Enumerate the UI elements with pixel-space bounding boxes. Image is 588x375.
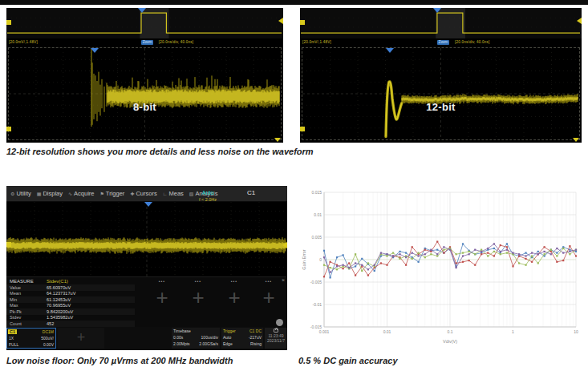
utility-icon: ⚙ — [10, 191, 14, 196]
channel-marker[interactable] — [300, 20, 305, 25]
trigger-level: -217uV — [249, 335, 262, 340]
channel-readout[interactable]: C1 — [247, 189, 255, 196]
scope-menubar: ⚙Utility ▦Display ∿Acquire ⚑Trigger ✚Cur… — [6, 186, 287, 202]
scope-screenshot-12bit: [20.0mV/,1.48V] Zoom [20.0ns/div, 40.0ns… — [300, 8, 582, 143]
scope-screenshot-8bit: [20.0mV/,1.48V] Zoom [20.0ns/div, 40.0ns… — [6, 8, 283, 143]
svg-text:0: 0 — [319, 257, 322, 262]
measure-row: Mean64.1237317uV — [6, 291, 135, 297]
ellipsis-icon: ••• — [245, 279, 287, 284]
svg-text:0.1: 0.1 — [448, 329, 453, 334]
svg-text:-0.01: -0.01 — [313, 302, 322, 307]
trigger-type: Edge — [223, 341, 233, 346]
menu-cursors[interactable]: ✚Cursors — [130, 190, 156, 197]
acq-mode-readout: Auto — [202, 190, 213, 196]
waveform-12bit — [302, 48, 579, 139]
measure-panel: MEASURE Stdev(C1) × Value65.60970uV Mean… — [6, 276, 287, 328]
channel-marker[interactable] — [6, 20, 11, 25]
record-button[interactable] — [276, 319, 283, 326]
page: [20.0mV/,1.48V] Zoom [20.0ns/div, 40.0ns… — [0, 0, 588, 375]
channel-name-badge: C1 — [8, 329, 17, 334]
measure-row: Min61.12453uV — [6, 296, 135, 303]
vertical-scale-label: [20.0mV/,1.48V] — [302, 40, 331, 44]
channel-probe: 1X — [9, 336, 14, 341]
trigger-slope: Rising — [250, 341, 262, 346]
channel-coupling: DC1M — [43, 329, 54, 334]
measure-source[interactable]: Stdev(C1) — [47, 279, 68, 284]
add-measurement-icon: + — [245, 287, 287, 308]
svg-text:Gain Error: Gain Error — [302, 249, 306, 270]
bit-depth-label: 12-bit — [302, 101, 579, 113]
trigger-level-marker[interactable] — [278, 18, 283, 24]
measure-row: Max70.96955uV — [6, 303, 135, 309]
clock-date: 2023/11/7 — [265, 338, 287, 343]
meas-icon: ∟ — [163, 192, 168, 196]
add-channel-button[interactable]: + — [58, 328, 104, 349]
lock-icon — [274, 329, 278, 333]
trigger-position-marker[interactable] — [91, 48, 99, 53]
svg-text:1: 1 — [512, 329, 514, 334]
scope-grid-area — [6, 202, 287, 276]
trigger-level-marker[interactable] — [282, 242, 287, 248]
zoom-waveform-area: 8-bit — [8, 47, 282, 140]
trigger-position-marker[interactable] — [144, 202, 152, 207]
timebase-memory: 2.00Mpts — [173, 341, 190, 346]
svg-text:0.001: 0.001 — [319, 329, 330, 334]
add-channel-icon: + — [77, 329, 86, 345]
menu-acquire[interactable]: ∿Acquire — [68, 190, 94, 197]
clock-box: 11:23:49 2023/11/7 — [265, 328, 287, 349]
horizontal-scale-label: [20.0ns/div, 40.0ns] — [159, 40, 194, 44]
zoom-overview-strip — [300, 8, 582, 38]
measure-title: MEASURE — [10, 279, 34, 284]
svg-text:Vdiv(V): Vdiv(V) — [443, 339, 457, 344]
dc-gain-chart-container: 0.0010.010.11100.0150.010.0050-0.005-0.0… — [300, 186, 582, 353]
trigger-source: C1 DC — [249, 329, 262, 333]
menu-trigger[interactable]: ⚑Trigger — [99, 190, 124, 197]
trigger-delay-marker[interactable] — [274, 138, 281, 142]
top-divider-bar — [0, 0, 588, 5]
trigger-mode: Auto — [223, 335, 231, 340]
channel-status-box[interactable]: C1DC1M 1X500uV/ FULL0.00V — [6, 328, 56, 349]
dc-gain-chart: 0.0010.010.11100.0150.010.0050-0.005-0.0… — [300, 186, 582, 353]
acquisition-status: Auto f < 2.0Hz — [187, 187, 229, 204]
cursors-icon: ✚ — [130, 191, 134, 196]
channel-offset-marker[interactable] — [6, 127, 11, 131]
comparison-caption: 12-bit resolution shows you more details… — [6, 147, 314, 156]
menu-meas[interactable]: ∟Meas — [163, 190, 184, 197]
zoom-overview-strip — [6, 8, 283, 38]
timebase-title: Timebase — [173, 329, 191, 333]
trigger-position-marker[interactable] — [138, 8, 146, 13]
measure-slot-empty[interactable]: •••+ — [245, 277, 287, 325]
zoom-badge[interactable]: Zoom — [437, 40, 450, 45]
acquire-icon: ∿ — [68, 191, 72, 196]
timebase-delay: 0.00s — [173, 335, 183, 340]
zoom-badge[interactable]: Zoom — [141, 40, 154, 45]
gain-accuracy-caption: 0.5 % DC gain accuracy — [298, 356, 398, 365]
trigger-status-box[interactable]: TriggerC1 DC Auto-217uV EdgeRising — [221, 328, 263, 349]
channel-offset-marker[interactable] — [300, 127, 305, 131]
measure-row: Pk-Pk9.8420200uV — [6, 308, 135, 315]
timebase-status-box[interactable]: Timebase 0.00s100us/div 2.00Mpts2.00GSa/… — [172, 328, 220, 349]
noise-floor-caption: Low noise floor: Only 70 µVrms at 200 MH… — [6, 356, 233, 365]
bit-depth-label: 8-bit — [9, 101, 281, 113]
menu-utility[interactable]: ⚙Utility — [10, 190, 31, 197]
svg-text:0.015: 0.015 — [311, 190, 322, 195]
channel-marker[interactable] — [6, 242, 11, 247]
display-icon: ▦ — [37, 191, 42, 196]
noise-floor-waveform — [6, 202, 287, 276]
trigger-delay-marker[interactable] — [573, 138, 579, 142]
vertical-scale-label: [20.0mV/,1.48V] — [9, 40, 38, 44]
trigger-icon: ⚑ — [99, 191, 103, 196]
measure-row: Count452 — [6, 321, 135, 327]
trigger-level-marker[interactable] — [577, 18, 582, 24]
trigger-position-marker[interactable] — [433, 8, 441, 13]
zoom-waveform-area: 12-bit — [302, 47, 580, 140]
channel-offset: 0.00V — [43, 342, 54, 347]
trigger-position-marker[interactable] — [386, 48, 394, 53]
zoom-labels-row: [20.0mV/,1.48V] Zoom [20.0ns/div, 40.0ns… — [300, 38, 582, 47]
svg-text:-0.015: -0.015 — [310, 325, 322, 329]
svg-text:10: 10 — [574, 329, 578, 334]
zoom-labels-row: [20.0mV/,1.48V] Zoom [20.0ns/div, 40.0ns… — [6, 38, 283, 47]
trigger-title: Trigger — [223, 329, 236, 333]
timebase-samplerate: 2.00GSa/s — [199, 341, 218, 346]
menu-display[interactable]: ▦Display — [37, 190, 63, 197]
